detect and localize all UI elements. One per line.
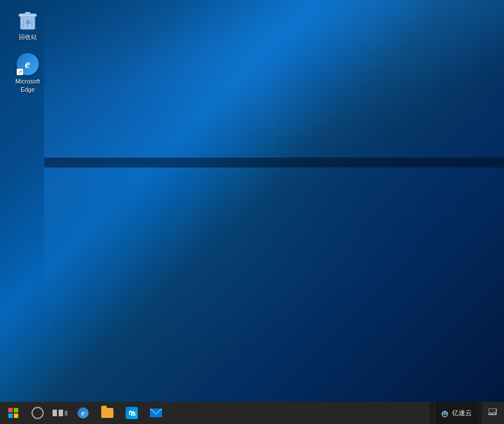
edge-taskbar-icon: e	[77, 407, 89, 418]
wallpaper-band	[44, 158, 504, 167]
search-button[interactable]	[27, 402, 49, 424]
svg-text:♻: ♻	[25, 19, 30, 25]
shortcut-arrow: ↗	[17, 69, 23, 75]
action-center-button[interactable]	[482, 402, 504, 424]
edge-desktop-icon[interactable]: e ↗ MicrosoftEdge	[6, 50, 50, 97]
svg-line-3	[23, 18, 24, 27]
svg-rect-7	[8, 408, 13, 412]
svg-rect-2	[25, 12, 30, 14]
taskview-rect-1	[53, 410, 57, 416]
task-view-button[interactable]	[49, 402, 71, 424]
store-icon: 🛍	[126, 407, 138, 419]
wallpaper-overlay	[0, 0, 504, 402]
edge-letter: e	[25, 58, 30, 70]
mail-icon	[150, 409, 162, 417]
windows-logo-icon	[8, 408, 18, 418]
cortana-icon	[32, 407, 44, 419]
taskbar-left: e 🛍	[0, 402, 430, 424]
taskbar: e 🛍 亿速云	[0, 402, 504, 424]
taskbar-mail-button[interactable]	[144, 402, 168, 424]
recycle-bin-icon[interactable]: ♻ 回收站	[6, 6, 50, 44]
yisu-cloud-tray[interactable]: 亿速云	[434, 402, 477, 424]
svg-rect-10	[14, 413, 18, 418]
recycle-bin-image: ♻	[17, 9, 39, 31]
desktop: ♻ 回收站 e ↗ MicrosoftEdge	[0, 0, 504, 402]
taskbar-edge-button[interactable]: e	[71, 402, 95, 424]
svg-rect-9	[8, 413, 13, 418]
recycle-bin-label: 回收站	[19, 33, 37, 41]
yisu-cloud-icon	[440, 409, 449, 417]
taskview-rect-2	[59, 410, 63, 416]
action-center-icon	[489, 409, 497, 417]
taskview-rect-3	[65, 411, 67, 416]
svg-rect-8	[14, 408, 18, 412]
svg-line-5	[32, 18, 32, 27]
taskbar-explorer-button[interactable]	[95, 402, 119, 424]
task-view-icon	[53, 410, 67, 416]
folder-icon	[101, 408, 113, 418]
yisu-cloud-label: 亿速云	[452, 409, 472, 418]
edge-icon-image: e ↗	[17, 53, 39, 75]
system-tray: 亿速云	[430, 402, 482, 424]
svg-rect-14	[444, 411, 446, 414]
taskbar-store-button[interactable]: 🛍	[119, 402, 144, 424]
edge-desktop-label: MicrosoftEdge	[15, 77, 40, 93]
desktop-icons-container: ♻ 回收站 e ↗ MicrosoftEdge	[0, 0, 55, 108]
start-button[interactable]	[0, 402, 27, 424]
